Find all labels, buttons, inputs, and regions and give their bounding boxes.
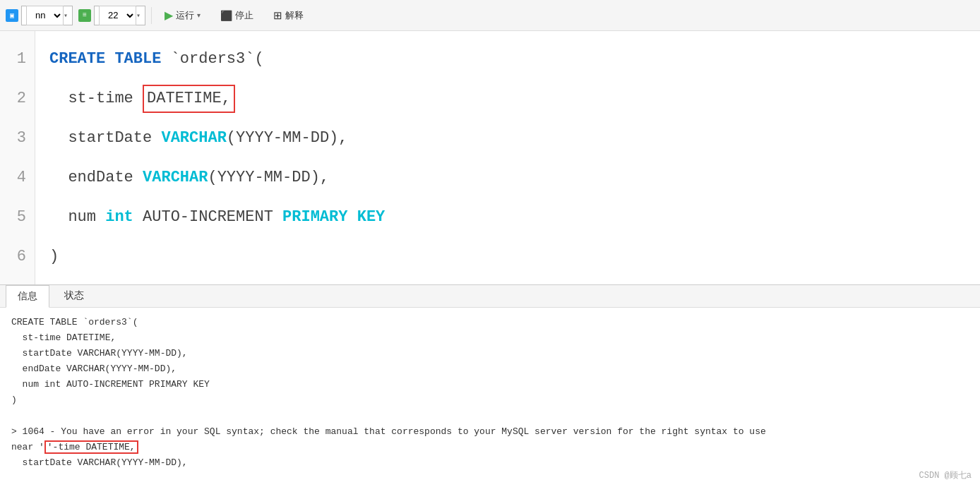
explain-button[interactable]: ⊞ 解释 <box>266 6 311 25</box>
code-line-5: num int AUTO-INCREMENT PRIMARY KEY <box>49 198 966 237</box>
num-select-wrapper[interactable]: 22 ▾ <box>94 6 145 25</box>
output-panel: CREATE TABLE `orders3`( st-time DATETIME… <box>0 308 980 473</box>
output-line-2: st-time DATETIME, <box>11 330 969 346</box>
db-icon: ▣ <box>6 9 18 22</box>
output-line-3: startDate VARCHAR(YYYY-MM-DD), <box>11 346 969 361</box>
col-auto-increment: AUTO-INCREMENT <box>133 205 282 229</box>
space-1 <box>105 47 114 71</box>
line-num-2: 2 <box>0 79 35 119</box>
col-st-time: st-time <box>49 86 143 111</box>
kw-varchar-2: VARCHAR <box>143 165 208 190</box>
stop-button[interactable]: ⬛ 停止 <box>213 6 261 25</box>
kw-primary-key: PRIMARY KEY <box>282 205 385 229</box>
num-select-chevron: ▾ <box>136 11 141 20</box>
code-line-2: st-time DATETIME, <box>49 79 966 119</box>
toolbar-divider <box>151 7 152 24</box>
code-content[interactable]: CREATE TABLE `orders3`( st-time DATETIME… <box>35 31 980 284</box>
watermark: CSDN @顾七a <box>919 469 972 481</box>
result-tabs: 信息 状态 <box>0 285 980 308</box>
code-line-1: CREATE TABLE `orders3`( <box>49 40 966 79</box>
line-num-3: 3 <box>0 119 35 158</box>
line-num-5: 5 <box>0 198 35 237</box>
line-num-6: 6 <box>0 237 35 277</box>
col-enddate-type: (YYYY-MM-DD), <box>208 165 329 190</box>
db-name-select[interactable]: nn <box>26 6 64 25</box>
tab-info-label: 信息 <box>18 291 37 302</box>
line-num-1: 1 <box>0 40 35 79</box>
col-datetime-highlighted: DATETIME, <box>143 85 235 112</box>
stop-icon: ⬛ <box>220 10 232 21</box>
db-selector-wrapper: ▣ nn ▾ <box>6 6 73 25</box>
num-select[interactable]: 22 <box>99 6 136 25</box>
output-line-6: ) <box>11 392 969 408</box>
caret-mark <box>11 332 23 343</box>
run-button[interactable]: ▶ 运行 ▾ <box>157 6 208 25</box>
code-line-4: endDate VARCHAR (YYYY-MM-DD), <box>49 158 966 198</box>
output-line-5: num int AUTO-INCREMENT PRIMARY KEY <box>11 377 969 392</box>
output-error-near: near ''-time DATETIME, <box>11 440 969 455</box>
col-num: num <box>49 205 105 229</box>
error-highlight-box: '-time DATETIME, <box>44 440 138 454</box>
kw-varchar-1: VARCHAR <box>161 126 226 150</box>
tab-info[interactable]: 信息 <box>6 285 49 308</box>
output-error-startdate: startDate VARCHAR(YYYY-MM-DD), <box>11 455 969 471</box>
line-numbers: 1 2 3 4 5 6 <box>0 31 35 284</box>
run-label: 运行 <box>176 9 194 22</box>
col-startdate-type: (YYYY-MM-DD), <box>227 126 348 150</box>
play-icon: ▶ <box>165 8 173 22</box>
kw-table: TABLE <box>114 47 161 71</box>
code-editor: 1 2 3 4 5 6 CREATE TABLE `orders3`( st-t… <box>0 31 980 285</box>
kw-int: int <box>105 205 133 229</box>
output-line-1: CREATE TABLE `orders3`( <box>11 315 969 330</box>
col-enddate: endDate <box>49 165 143 190</box>
tab-status[interactable]: 状态 <box>52 284 96 307</box>
output-error-enddate: endDate VARCHAR(YYYY-MM-DD), <box>11 471 969 473</box>
closing-paren: ) <box>49 244 59 269</box>
table-name: `orders3`( <box>161 47 263 71</box>
line-num-4: 4 <box>0 158 35 198</box>
output-error-main: > 1064 - You have an error in your SQL s… <box>11 424 969 440</box>
code-line-6: ) <box>49 237 966 277</box>
explain-label: 解释 <box>285 9 304 22</box>
output-line-4: endDate VARCHAR(YYYY-MM-DD), <box>11 361 969 377</box>
toolbar: ▣ nn ▾ ≡ 22 ▾ ▶ 运行 ▾ ⬛ 停止 ⊞ 解释 <box>0 0 980 31</box>
num-selector-wrapper: ≡ 22 ▾ <box>78 6 145 25</box>
db-select-chevron: ▾ <box>64 11 68 20</box>
stop-label: 停止 <box>235 9 253 22</box>
kw-create: CREATE <box>49 47 105 71</box>
db-select-wrapper[interactable]: nn ▾ <box>21 6 73 25</box>
explain-icon: ⊞ <box>273 9 282 22</box>
code-line-3: startDate VARCHAR (YYYY-MM-DD), <box>49 119 966 158</box>
db-icon-green: ≡ <box>78 9 91 22</box>
tab-status-label: 状态 <box>64 290 84 301</box>
output-blank <box>11 409 969 424</box>
run-chevron: ▾ <box>197 11 201 19</box>
col-startdate: startDate <box>49 126 161 150</box>
